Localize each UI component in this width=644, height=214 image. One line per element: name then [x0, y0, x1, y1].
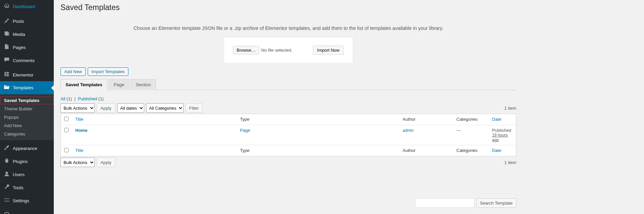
pin-icon — [3, 17, 10, 25]
media-icon — [3, 31, 10, 38]
sidebar-label: Plugins — [13, 159, 28, 164]
select-all-top[interactable] — [64, 117, 69, 121]
sidebar-item-comments[interactable]: Comments — [0, 54, 54, 67]
import-templates-button[interactable]: Import Templates — [88, 67, 128, 76]
sidebar-item-tools[interactable]: Tools — [0, 181, 54, 194]
import-description: Choose an Elementor template JSON file o… — [61, 25, 516, 31]
sidebar-label: Elementor — [13, 72, 34, 77]
tab-page[interactable]: Page — [109, 79, 129, 90]
row-date-relative: 19 hours ago — [492, 133, 513, 142]
plug-icon — [3, 158, 10, 165]
search-input[interactable] — [415, 198, 474, 208]
page-title: Saved Templates — [61, 0, 516, 13]
tab-nav: Saved Templates Page Section — [61, 79, 516, 90]
apply-button-bottom[interactable]: Apply — [97, 158, 115, 167]
comment-icon — [3, 57, 10, 64]
col-type-foot: Type — [237, 145, 399, 156]
search-button[interactable]: Search Template — [476, 198, 516, 208]
bulk-actions-select[interactable]: Bulk Actions — [61, 103, 95, 113]
svg-point-5 — [4, 212, 9, 214]
category-filter-select[interactable]: All Categories — [146, 103, 184, 113]
filter-button[interactable]: Filter — [186, 103, 203, 113]
add-new-button[interactable]: Add New — [61, 67, 86, 76]
submenu-saved-templates[interactable]: Saved Templates — [0, 96, 54, 105]
select-all-bottom[interactable] — [64, 148, 69, 152]
sidebar-item-plugins[interactable]: Plugins — [0, 155, 54, 168]
row-category: — — [456, 128, 461, 133]
templates-table: Title Type Author Categories Date Home P… — [61, 114, 516, 156]
sidebar-item-appearance[interactable]: Appearance — [0, 142, 54, 155]
sidebar-label: Posts — [13, 19, 24, 24]
browse-button[interactable]: Browse… — [233, 46, 259, 54]
col-categories-foot: Categories — [453, 145, 489, 156]
row-checkbox[interactable] — [64, 128, 69, 132]
sidebar-label: Tools — [13, 185, 24, 190]
col-author: Author — [399, 114, 453, 125]
sidebar-label: Comments — [13, 58, 35, 63]
sidebar-label: Media — [13, 32, 25, 37]
sidebar-item-elementor[interactable]: Elementor — [0, 69, 54, 81]
item-count-bottom: 1 item — [505, 160, 516, 165]
bulk-actions-select-bottom[interactable]: Bulk Actions — [61, 158, 95, 167]
sidebar-label: Appearance — [13, 146, 37, 151]
import-now-button[interactable]: Import Now — [313, 46, 344, 55]
brush-icon — [3, 145, 10, 152]
sidebar-item-dashboard[interactable]: Dashboard — [0, 0, 54, 13]
svg-rect-1 — [6, 72, 9, 73]
svg-point-4 — [5, 172, 8, 174]
row-author-link[interactable]: admin — [403, 128, 414, 133]
col-title[interactable]: Title — [72, 114, 237, 125]
status-filter: All (1) | Published (1) — [61, 96, 516, 101]
sidebar-item-users[interactable]: Users — [0, 168, 54, 181]
svg-rect-3 — [6, 75, 9, 76]
filter-published[interactable]: Published — [78, 96, 97, 101]
row-date-status: Published — [492, 128, 513, 133]
filter-published-count: (1) — [98, 96, 104, 101]
search-box: Search Template — [415, 198, 516, 208]
col-categories: Categories — [453, 114, 489, 125]
wrench-icon — [3, 184, 10, 192]
col-date-foot[interactable]: Date — [489, 145, 516, 156]
sidebar-item-pages[interactable]: Pages — [0, 41, 54, 54]
sidebar-label: Dashboard — [13, 4, 35, 9]
sidebar-label: Users — [13, 172, 25, 177]
tab-section[interactable]: Section — [131, 79, 156, 90]
elementor-icon — [3, 71, 10, 78]
sidebar-label: Pages — [13, 45, 26, 50]
dashboard-icon — [3, 3, 10, 10]
sidebar-item-collapse[interactable]: Collapse menu — [0, 209, 54, 214]
action-buttons: Add New Import Templates — [61, 67, 516, 76]
row-title-link[interactable]: Home — [75, 128, 87, 133]
page-icon — [3, 44, 10, 51]
col-author-foot: Author — [399, 145, 453, 156]
folder-open-icon — [3, 84, 10, 92]
apply-button-top[interactable]: Apply — [97, 103, 115, 113]
sliders-icon — [3, 197, 10, 205]
submenu-categories[interactable]: Categories — [0, 130, 54, 138]
date-filter-select[interactable]: All dates — [117, 103, 144, 113]
col-type: Type — [237, 114, 399, 125]
sidebar-item-media[interactable]: Media — [0, 28, 54, 41]
admin-sidebar: Dashboard Posts Media Pages Comments Ele… — [0, 0, 54, 214]
user-icon — [3, 171, 10, 178]
submenu-theme-builder[interactable]: Theme Builder — [0, 105, 54, 113]
row-type-link[interactable]: Page — [240, 128, 250, 133]
item-count-top: 1 item — [505, 106, 516, 111]
sidebar-label: Templates — [13, 85, 34, 90]
svg-rect-0 — [5, 72, 6, 76]
sidebar-item-templates[interactable]: Templates — [0, 81, 54, 94]
submenu-popups[interactable]: Popups — [0, 113, 54, 121]
filter-all-count: (1) — [67, 96, 72, 101]
col-title-foot[interactable]: Title — [72, 145, 237, 156]
filter-all[interactable]: All — [61, 96, 65, 101]
col-date[interactable]: Date — [489, 114, 516, 125]
main-content: Saved Templates Choose an Elementor temp… — [54, 0, 523, 214]
tab-saved-templates[interactable]: Saved Templates — [61, 79, 107, 90]
sidebar-item-settings[interactable]: Settings — [0, 194, 54, 207]
file-selected-label: No file selected. — [261, 48, 292, 53]
table-row: Home Page admin — Published 19 hours ago — [61, 125, 516, 145]
submenu-add-new[interactable]: Add New — [0, 121, 54, 130]
svg-rect-2 — [6, 73, 9, 74]
sidebar-item-posts[interactable]: Posts — [0, 15, 54, 28]
sidebar-label: Settings — [13, 198, 29, 203]
